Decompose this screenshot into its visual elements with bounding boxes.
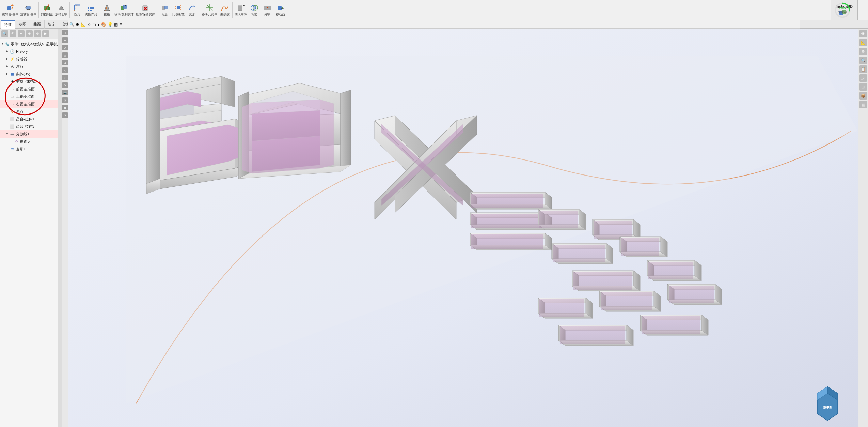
svg-marker-59 bbox=[146, 85, 160, 184]
split1-arrow: ▼ bbox=[5, 132, 9, 136]
toolbar-revolve[interactable]: 旋转台/基体 bbox=[20, 1, 37, 20]
tree-item-top-plane[interactable]: ▶ ▭ 上视基准面 bbox=[0, 93, 58, 100]
search-icon-5: ◻ bbox=[93, 22, 96, 27]
svg-rect-16 bbox=[123, 5, 127, 9]
root-arrow: ▼ bbox=[1, 42, 4, 46]
tab-sketch[interactable]: 草图 bbox=[15, 20, 30, 29]
tab-sheet-metal[interactable]: 钣金 bbox=[45, 20, 59, 29]
tree-item-sensor-label: 传感器 bbox=[16, 56, 27, 62]
toolbar-move-copy-label: 移动/复制实体 bbox=[114, 12, 134, 17]
toolbar-move-copy[interactable]: 移动/复制实体 bbox=[114, 1, 135, 20]
toolbar-curve[interactable]: 曲线纹 bbox=[219, 1, 231, 20]
main-toolbar[interactable]: 旋转台/基体 旋转台/基体 扫描切割 放样切割 圆角 线性阵列 bbox=[0, 0, 868, 20]
svg-marker-112 bbox=[621, 238, 659, 256]
performance-ring: 28% +28.9G/s bbox=[833, 1, 852, 19]
left-btn-7[interactable]: ▷ bbox=[62, 75, 68, 80]
separator-3 bbox=[99, 2, 99, 18]
right-btn-draw[interactable]: 🖊 bbox=[859, 74, 867, 82]
toolbar-combine[interactable]: 组合 bbox=[159, 1, 171, 20]
right-btn-pattern[interactable]: ▦ bbox=[859, 101, 867, 108]
linear-pattern-icon bbox=[87, 4, 95, 12]
right-btn-grid[interactable]: ⊞ bbox=[859, 83, 867, 91]
tree-item-surface5[interactable]: ▶ ◇ 曲面5 bbox=[0, 138, 58, 145]
surface5-icon: ◇ bbox=[14, 139, 19, 144]
left-btn-5[interactable]: ⊞ bbox=[62, 60, 68, 65]
toolbar-rotate-base[interactable]: 旋转台/基体 bbox=[1, 1, 19, 20]
svg-text:+28.9G/s: +28.9G/s bbox=[838, 11, 847, 13]
tree-item-history[interactable]: ▶ 🕐 History bbox=[0, 48, 58, 55]
origin-icon: ✛ bbox=[10, 109, 15, 114]
toolbar-sweep-cut[interactable]: 扫描切割 bbox=[40, 1, 54, 20]
right-btn-settings[interactable]: ⚙ bbox=[859, 48, 867, 55]
sidebar-collapse-icon[interactable]: ⊖ bbox=[34, 30, 41, 37]
left-btn-4[interactable]: △ bbox=[62, 52, 68, 58]
tree-item-deform1[interactable]: ▶ ≋ 变形1 bbox=[0, 145, 58, 153]
sidebar-more-icon[interactable]: ▶ bbox=[42, 30, 49, 37]
tree-item-annotation[interactable]: ▶ A 注解 bbox=[0, 63, 58, 70]
toolbar-fillet[interactable]: 圆角 bbox=[71, 1, 83, 20]
left-btn-11[interactable]: 📋 bbox=[62, 105, 68, 110]
tree-item-sensor[interactable]: ▶ ⚡ 传感器 bbox=[0, 55, 58, 63]
tree-item-boss1-label: 凸台-拉伸1 bbox=[16, 116, 34, 122]
toolbar-delete-body[interactable]: 删除/保留实体 bbox=[135, 1, 156, 20]
right-btn-box[interactable]: 📦 bbox=[859, 92, 867, 100]
search-icon-7: 🎨 bbox=[101, 22, 106, 27]
loft-cut-icon bbox=[57, 4, 65, 12]
toolbar-linear-pattern[interactable]: 线性阵列 bbox=[84, 1, 98, 20]
3d-scene-svg: 正视图 bbox=[68, 29, 858, 427]
sidebar-search-icon[interactable]: 🔍 bbox=[1, 30, 8, 37]
left-btn-6[interactable]: ◁ bbox=[62, 67, 68, 73]
svg-marker-13 bbox=[104, 5, 110, 11]
toolbar-loft-cut[interactable]: 放样切割 bbox=[54, 1, 68, 20]
sidebar-eye-icon[interactable]: 👁 bbox=[10, 30, 16, 37]
tab-surface[interactable]: 曲面 bbox=[30, 20, 45, 29]
tree-item-front-plane[interactable]: ▶ ▭ 前视基准面 bbox=[0, 85, 58, 93]
toolbar-scale[interactable]: 比例缩放 bbox=[172, 1, 185, 20]
svg-marker-6 bbox=[59, 6, 64, 10]
sidebar-resize-handle[interactable]: ⋮ bbox=[58, 29, 62, 427]
tree-item-history-label: History bbox=[16, 48, 28, 55]
tree-item-boss3[interactable]: ▶ ⬜ 凸台-拉伸3 bbox=[0, 123, 58, 130]
tab-features[interactable]: 特征 bbox=[1, 20, 15, 29]
svg-marker-142 bbox=[560, 326, 625, 344]
toolbar-intersect[interactable]: 相交 bbox=[248, 1, 261, 20]
left-btn-12[interactable]: ⚙ bbox=[62, 112, 68, 118]
toolbar-split[interactable]: 分割 bbox=[261, 1, 273, 20]
search-icon-4: 🖊 bbox=[87, 22, 91, 27]
tree-item-material[interactable]: ▶ ◈ 材质 <未指定> bbox=[0, 78, 58, 85]
left-btn-10[interactable]: ⊡ bbox=[62, 97, 68, 103]
3d-viewport[interactable]: 正视图 bbox=[68, 29, 858, 427]
left-btn-8[interactable]: ↻ bbox=[62, 82, 68, 88]
tree-item-annotation-label: 注解 bbox=[16, 63, 23, 70]
right-btn-measure[interactable]: 📐 bbox=[859, 39, 867, 46]
tree-item-solid[interactable]: ▶ ◼ 实体(35) bbox=[0, 70, 58, 78]
toolbar-insert-part[interactable]: 插入零件 bbox=[234, 1, 248, 20]
tree-root-label: 零件1 (默认<<默认>_显示状态 1>) bbox=[11, 41, 58, 47]
toolbar-sweep-cut-label: 扫描切割 bbox=[41, 12, 53, 17]
toolbar-intersect-label: 相交 bbox=[251, 12, 257, 17]
tree-root[interactable]: ▼ 🔩 零件1 (默认<<默认>_显示状态 1>) bbox=[0, 40, 58, 48]
left-btn-3[interactable]: ⊖ bbox=[62, 45, 68, 50]
tree-item-origin[interactable]: ▶ ✛ 原点 bbox=[0, 108, 58, 115]
right-btn-zoom[interactable]: 🔍 bbox=[859, 57, 867, 64]
right-btn-visibility[interactable]: 👁 bbox=[859, 30, 867, 37]
toolbar-ref-geo-label: 参考几何体 bbox=[202, 12, 217, 17]
sweep-cut-icon bbox=[43, 4, 51, 12]
toolbar-draft[interactable]: 拔模 bbox=[101, 1, 113, 20]
toolbar-move-face[interactable]: 移动面 bbox=[274, 1, 286, 20]
toolbar-ref-geo[interactable]: 参考几何体 bbox=[201, 1, 218, 20]
right-btn-clipboard[interactable]: 📋 bbox=[859, 65, 867, 73]
delete-body-icon bbox=[141, 4, 149, 12]
svg-marker-1 bbox=[11, 4, 14, 6]
sidebar-expand-icon[interactable]: ⊕ bbox=[26, 30, 33, 37]
left-btn-9[interactable]: 📷 bbox=[62, 90, 68, 95]
sidebar-filter-icon[interactable]: ▼ bbox=[18, 30, 25, 37]
tree-item-right-plane[interactable]: ▶ ▭ 右视基准面 bbox=[0, 100, 58, 108]
svg-marker-147 bbox=[642, 316, 700, 334]
toolbar-move-face-label: 移动面 bbox=[276, 12, 285, 17]
left-btn-1[interactable]: ◻ bbox=[62, 30, 68, 35]
tree-item-boss1[interactable]: ▶ ⬜ 凸台-拉伸1 bbox=[0, 115, 58, 123]
toolbar-deform[interactable]: 变形 bbox=[186, 1, 198, 20]
left-btn-2[interactable]: ⊕ bbox=[62, 37, 68, 43]
tree-item-split1[interactable]: ▼ — 分割线1 bbox=[0, 130, 58, 138]
